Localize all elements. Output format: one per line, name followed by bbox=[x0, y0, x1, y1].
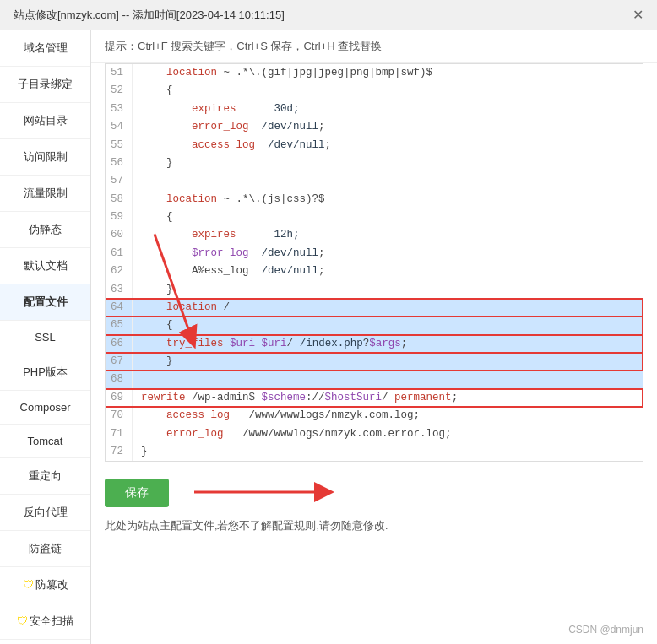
sidebar-label-php: PHP版本 bbox=[23, 365, 68, 378]
right-arrow-svg bbox=[194, 480, 346, 504]
warning-text: 此处为站点主配置文件,若您不了解配置规则,请勿随意修改. bbox=[91, 512, 657, 542]
window-title: 站点修改[nmzyk.com] -- 添加时间[2023-04-14 10:11… bbox=[14, 8, 285, 23]
sidebar-label-composer: Composer bbox=[20, 401, 71, 414]
line-code-53: expires 30d; bbox=[133, 100, 643, 118]
sidebar-label-default-doc: 默认文档 bbox=[24, 259, 68, 272]
line-number-68: 68 bbox=[106, 371, 133, 388]
code-row-57: 57 bbox=[106, 172, 643, 190]
line-number-69: 69 bbox=[106, 389, 133, 407]
line-code-66: try_files $uri $uri/ /index.php?$args; bbox=[133, 335, 643, 353]
sidebar-label-hotlink: 防盗链 bbox=[29, 542, 62, 555]
code-row-58: 58 location ~ .*\.(js|css)?$ bbox=[106, 191, 643, 208]
line-code-57 bbox=[133, 172, 643, 190]
line-code-51: location ~ .*\.(gif|jpg|jpeg|png|bmp|swf… bbox=[133, 64, 643, 82]
code-table: 51 location ~ .*\.(gif|jpg|jpeg|png|bmp|… bbox=[106, 64, 643, 461]
sidebar-item-webdir[interactable]: 网站目录 bbox=[0, 103, 90, 139]
line-number-54: 54 bbox=[106, 118, 133, 136]
sidebar-label-reverse: 反向代理 bbox=[24, 506, 68, 518]
line-code-61: $rror_log /dev/null; bbox=[133, 245, 643, 262]
sidebar-item-reverse[interactable]: 反向代理 bbox=[0, 495, 90, 531]
close-button[interactable]: ✕ bbox=[633, 7, 643, 23]
sidebar-item-scan[interactable]: 🛡 安全扫描 bbox=[0, 603, 90, 640]
line-number-70: 70 bbox=[106, 407, 133, 425]
line-code-68 bbox=[133, 371, 643, 388]
code-row-54: 54 error_log /dev/null; bbox=[106, 118, 643, 136]
line-code-52: { bbox=[133, 82, 643, 100]
code-row-63: 63 } bbox=[106, 281, 643, 299]
sidebar-label-flow: 流量限制 bbox=[24, 187, 68, 199]
code-row-52: 52 { bbox=[106, 82, 643, 100]
sidebar-item-tomcat[interactable]: Tomcat bbox=[0, 425, 90, 458]
save-button[interactable]: 保存 bbox=[105, 479, 169, 507]
save-arrow-right bbox=[194, 480, 346, 506]
sidebar-item-hotlink[interactable]: 防盗链 bbox=[0, 531, 90, 567]
sidebar-item-composer[interactable]: Composer bbox=[0, 391, 90, 425]
title-bar: 站点修改[nmzyk.com] -- 添加时间[2023-04-14 10:11… bbox=[0, 0, 657, 30]
line-number-66: 66 bbox=[106, 335, 133, 353]
code-row-61: 61 $rror_log /dev/null; bbox=[106, 245, 643, 262]
line-number-65: 65 bbox=[106, 317, 133, 334]
line-code-54: error_log /dev/null; bbox=[133, 118, 643, 136]
sidebar-item-domain[interactable]: 域名管理 bbox=[0, 30, 90, 67]
sidebar-item-tamper[interactable]: 🛡 防篡改 bbox=[0, 567, 90, 603]
sidebar-label-ssl: SSL bbox=[35, 331, 56, 344]
code-row-66: 66 try_files $uri $uri/ /index.php?$args… bbox=[106, 335, 643, 353]
sidebar-label-tomcat: Tomcat bbox=[28, 435, 63, 447]
sidebar-item-php[interactable]: PHP版本 bbox=[0, 354, 90, 391]
line-number-71: 71 bbox=[106, 425, 133, 443]
sidebar-item-redirect[interactable]: 重定向 bbox=[0, 458, 90, 495]
code-row-53: 53 expires 30d; bbox=[106, 100, 643, 118]
line-number-63: 63 bbox=[106, 281, 133, 299]
sidebar-label-access: 访问限制 bbox=[24, 150, 68, 163]
code-row-64: 64 location / bbox=[106, 299, 643, 317]
sidebar-item-config[interactable]: 配置文件 bbox=[0, 284, 90, 321]
sidebar-label-tamper: 防篡改 bbox=[35, 578, 68, 591]
line-code-64: location / bbox=[133, 299, 643, 317]
code-row-55: 55 access_log /dev/null; bbox=[106, 137, 643, 154]
sidebar-label-pseudo: 伪静态 bbox=[29, 223, 62, 235]
hint-text: 提示：Ctrl+F 搜索关键字，Ctrl+S 保存，Ctrl+H 查找替换 bbox=[105, 40, 382, 52]
code-row-67: 67 } bbox=[106, 353, 643, 371]
scan-icon: 🛡 bbox=[17, 614, 28, 627]
line-code-62: A%ess_log /dev/null; bbox=[133, 262, 643, 280]
sidebar-item-default-doc[interactable]: 默认文档 bbox=[0, 248, 90, 284]
line-number-56: 56 bbox=[106, 154, 133, 172]
sidebar-item-ssl[interactable]: SSL bbox=[0, 321, 90, 354]
code-row-65: 65 { bbox=[106, 317, 643, 334]
line-number-51: 51 bbox=[106, 64, 133, 82]
code-row-60: 60 expires 12h; bbox=[106, 226, 643, 244]
line-number-58: 58 bbox=[106, 191, 133, 208]
sidebar-label-webdir: 网站目录 bbox=[24, 114, 68, 127]
sidebar-item-pseudo[interactable]: 伪静态 bbox=[0, 212, 90, 248]
line-number-55: 55 bbox=[106, 137, 133, 154]
sidebar-item-weblog[interactable]: 网站日志 bbox=[0, 640, 90, 644]
code-row-59: 59 { bbox=[106, 208, 643, 226]
line-number-72: 72 bbox=[106, 443, 133, 461]
hint-bar: 提示：Ctrl+F 搜索关键字，Ctrl+S 保存，Ctrl+H 查找替换 bbox=[91, 30, 657, 63]
sidebar-label-subdir: 子目录绑定 bbox=[18, 78, 73, 90]
code-row-71: 71 error_log /www/wwwlogs/nmzyk.com.erro… bbox=[106, 425, 643, 443]
sidebar-label-domain: 域名管理 bbox=[24, 41, 68, 54]
line-number-64: 64 bbox=[106, 299, 133, 317]
code-row-72: 72} bbox=[106, 443, 643, 461]
line-code-58: location ~ .*\.(js|css)?$ bbox=[133, 191, 643, 208]
line-code-67: } bbox=[133, 353, 643, 371]
line-code-60: expires 12h; bbox=[133, 226, 643, 244]
sidebar-item-access[interactable]: 访问限制 bbox=[0, 139, 90, 176]
line-code-70: access_log /www/wwwlogs/nmzyk.com.log; bbox=[133, 407, 643, 425]
sidebar-item-flow[interactable]: 流量限制 bbox=[0, 176, 90, 212]
code-row-51: 51 location ~ .*\.(gif|jpg|jpeg|png|bmp|… bbox=[106, 64, 643, 82]
line-number-61: 61 bbox=[106, 245, 133, 262]
line-number-53: 53 bbox=[106, 100, 133, 118]
line-code-56: } bbox=[133, 154, 643, 172]
footer-text: CSDN @dnmjun bbox=[568, 624, 643, 636]
line-code-63: } bbox=[133, 281, 643, 299]
sidebar: 域名管理子目录绑定网站目录访问限制流量限制伪静态默认文档配置文件SSLPHP版本… bbox=[0, 30, 91, 644]
line-code-55: access_log /dev/null; bbox=[133, 137, 643, 154]
sidebar-item-subdir[interactable]: 子目录绑定 bbox=[0, 67, 90, 103]
line-number-62: 62 bbox=[106, 262, 133, 280]
line-number-52: 52 bbox=[106, 82, 133, 100]
code-editor[interactable]: 51 location ~ .*\.(gif|jpg|jpeg|png|bmp|… bbox=[105, 63, 643, 462]
code-row-68: 68 bbox=[106, 371, 643, 388]
line-number-60: 60 bbox=[106, 226, 133, 244]
